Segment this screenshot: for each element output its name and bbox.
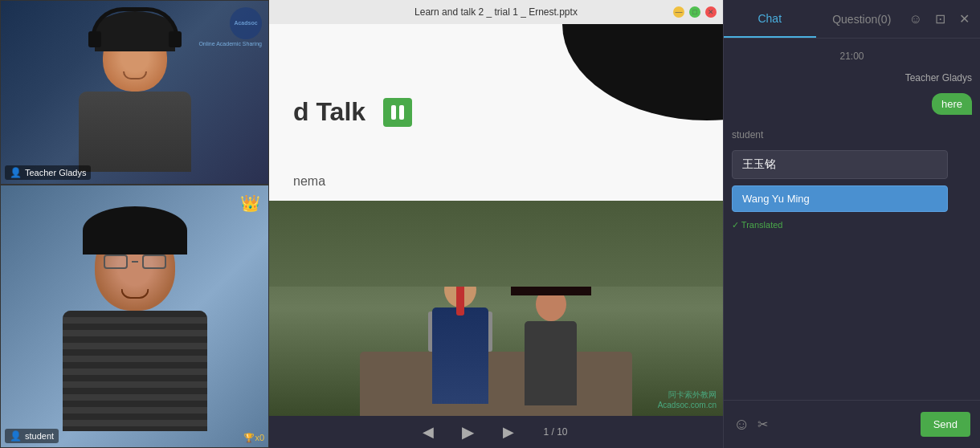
slide-counter: 1 / 10 <box>536 426 576 438</box>
splash-decoration <box>562 24 723 128</box>
title-bar: Learn and talk 2 _ trial 1 _ Ernest.pptx… <box>269 0 723 24</box>
woman-figure <box>519 287 583 416</box>
slide-bottom-photo: 阿卡索外教网 Acadsoc.com.cn <box>269 201 723 416</box>
chat-footer: ☺ ✂ Send <box>724 400 980 448</box>
emoji-header-icon[interactable]: ☺ <box>908 11 924 27</box>
slide-subtitle: nema <box>293 174 325 189</box>
photo-watermark: 阿卡索外教网 Acadsoc.com.cn <box>658 389 717 409</box>
table-figure <box>360 352 632 416</box>
chat-body: 21:00 Teacher Gladys here student 王玉铭 Wa… <box>724 39 980 400</box>
crop-icon[interactable]: ⊡ <box>932 11 948 27</box>
student-avatar <box>47 222 223 447</box>
teacher-label: 👤 Teacher Gladys <box>5 165 91 180</box>
crown-icon: 👑 <box>240 193 260 213</box>
send-button[interactable]: Send <box>921 412 970 437</box>
teacher-avatar <box>55 23 215 184</box>
presentation-area: d Talk nema <box>269 24 723 416</box>
slide-container: d Talk nema <box>269 24 723 416</box>
translated-bubble: Wang Yu Ming <box>732 185 948 212</box>
emoji-button[interactable]: ☺ <box>733 415 749 434</box>
man-figure <box>428 271 492 416</box>
student-video: 👑 👤 student <box>0 185 269 448</box>
maximize-button[interactable]: □ <box>689 6 700 18</box>
trophy-badge: 🏆x0 <box>243 433 264 443</box>
chat-header: Chat Question(0) ☺ ⊡ ✕ <box>724 0 980 39</box>
teacher-name-chat: Teacher Gladys <box>732 72 972 83</box>
timestamp: 21:00 <box>732 47 972 66</box>
close-chat-icon[interactable]: ✕ <box>956 11 972 27</box>
header-icons: ☺ ⊡ ✕ <box>908 11 980 27</box>
tab-question[interactable]: Question(0) <box>816 2 909 37</box>
next-button[interactable]: ▶ <box>497 421 520 443</box>
student-label-chat: student <box>732 129 972 141</box>
acadsoc-logo: Acadsoc <box>230 7 262 39</box>
prev-button[interactable]: ◀ <box>417 421 439 443</box>
acadsoc-name: Acadsoc <box>234 20 257 26</box>
slide-title: d Talk <box>293 97 365 127</box>
tab-chat[interactable]: Chat <box>724 1 816 38</box>
left-panel: Acadsoc Online Academic Sharing <box>0 0 269 448</box>
pause-icon[interactable] <box>383 98 412 127</box>
center-panel: Learn and talk 2 _ trial 1 _ Ernest.pptx… <box>269 0 723 448</box>
minimize-button[interactable]: — <box>673 6 684 18</box>
window-title: Learn and talk 2 _ trial 1 _ Ernest.pptx <box>277 6 715 18</box>
teacher-message-bubble: here <box>932 93 972 115</box>
window-controls[interactable]: — □ ✕ <box>673 6 717 18</box>
scissors-icon[interactable]: ✂ <box>757 417 768 432</box>
play-button[interactable]: ▶ <box>455 419 481 445</box>
chinese-text-bubble: 王玉铭 <box>732 150 948 179</box>
student-label: 👤 student <box>5 429 59 443</box>
translated-badge: ✓ Translated <box>732 220 972 230</box>
close-button[interactable]: ✕ <box>705 6 717 18</box>
right-panel: Chat Question(0) ☺ ⊡ ✕ 21:00 Teacher Gla… <box>723 0 980 448</box>
slide-navigation: ◀ ▶ ▶ 1 / 10 <box>269 416 723 448</box>
slide-top-section: d Talk nema <box>269 24 723 201</box>
teacher-video: Acadsoc Online Academic Sharing <box>0 0 269 185</box>
